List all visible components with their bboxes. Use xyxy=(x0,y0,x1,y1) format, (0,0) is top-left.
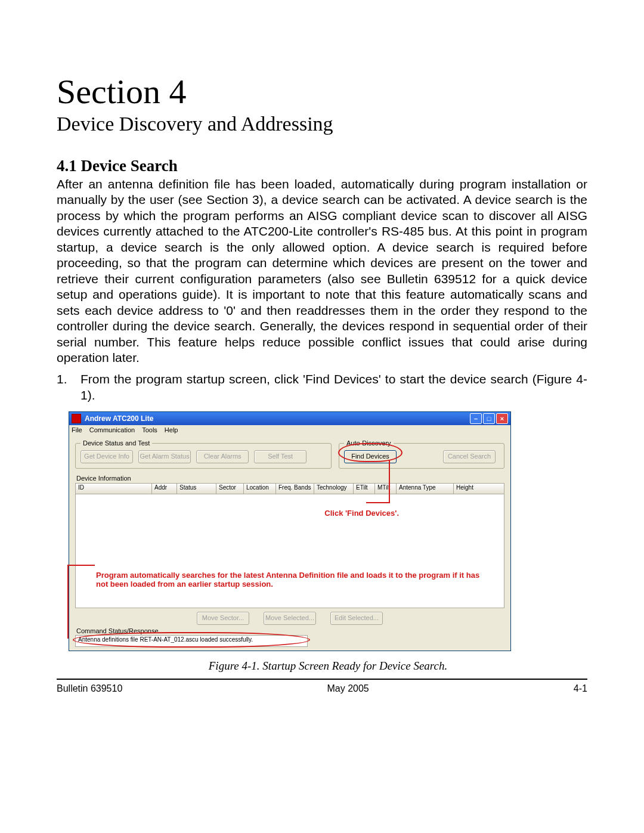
callout-line xyxy=(67,565,95,566)
group-device-status: Device Status and Test Get Device Info G… xyxy=(75,439,332,469)
step-text: From the program startup screen, click '… xyxy=(80,372,587,401)
maximize-button[interactable]: □ xyxy=(483,413,495,424)
app-icon xyxy=(72,414,81,423)
app-window: Andrew ATC200 Lite – □ × File Communicat… xyxy=(69,411,511,651)
device-table-header: ID Addr Status Sector Location Freq. Ban… xyxy=(75,483,504,494)
device-information-label: Device Information xyxy=(76,475,504,482)
col-technology[interactable]: Technology xyxy=(314,484,354,494)
edit-selected-button[interactable]: Edit Selected... xyxy=(330,612,383,625)
section-title: Device Discovery and Addressing xyxy=(57,113,587,135)
step-number: 1. xyxy=(57,371,80,387)
section-number: Section 4 xyxy=(57,72,587,112)
step-1: 1.From the program startup screen, click… xyxy=(57,371,587,403)
callout-line xyxy=(389,460,390,503)
col-id[interactable]: ID xyxy=(76,484,152,494)
figure-4-1: Andrew ATC200 Lite – □ × File Communicat… xyxy=(69,411,587,673)
footer-date: May 2005 xyxy=(327,683,369,694)
footer-rule xyxy=(57,679,587,680)
device-information-section: Device Information ID Addr Status Sector… xyxy=(75,475,504,608)
callout-line xyxy=(366,502,390,503)
self-test-button[interactable]: Self Test xyxy=(254,450,306,463)
col-sector[interactable]: Sector xyxy=(216,484,244,494)
callout-oval-status xyxy=(73,632,310,648)
move-sector-button[interactable]: Move Sector... xyxy=(197,612,249,625)
close-button[interactable]: × xyxy=(496,413,508,424)
paragraph-device-search: After an antenna definition file has bee… xyxy=(57,176,587,366)
col-etilt[interactable]: ETilt xyxy=(354,484,375,494)
col-location[interactable]: Location xyxy=(244,484,276,494)
menu-communication[interactable]: Communication xyxy=(89,426,135,433)
device-table-body[interactable]: Click 'Find Devices'. Program automatica… xyxy=(75,494,504,608)
footer-page-number: 4-1 xyxy=(574,683,587,694)
callout-line xyxy=(67,565,69,639)
heading-4-1: 4.1 Device Search xyxy=(57,157,587,175)
annotation-click-find: Click 'Find Devices'. xyxy=(324,509,399,518)
bottom-toolbar: Move Sector... Move Selected... Edit Sel… xyxy=(75,612,504,625)
col-mtilt[interactable]: MTilt xyxy=(375,484,397,494)
callout-oval-find-devices xyxy=(338,443,402,462)
cancel-search-button[interactable]: Cancel Search xyxy=(443,450,496,463)
col-height[interactable]: Height xyxy=(454,484,504,494)
col-addr[interactable]: Addr xyxy=(152,484,177,494)
col-freq-bands[interactable]: Freq. Bands xyxy=(276,484,314,494)
window-title: Andrew ATC200 Lite xyxy=(85,414,470,423)
menu-tools[interactable]: Tools xyxy=(142,426,157,433)
menubar: File Communication Tools Help xyxy=(69,425,510,435)
footer-bulletin: Bulletin 639510 xyxy=(57,683,122,694)
menu-file[interactable]: File xyxy=(72,426,82,433)
col-antenna-type[interactable]: Antenna Type xyxy=(397,484,454,494)
annotation-auto-load: Program automatically searches for the l… xyxy=(96,571,486,589)
titlebar[interactable]: Andrew ATC200 Lite – □ × xyxy=(69,412,510,425)
group-device-status-label: Device Status and Test xyxy=(80,439,152,447)
get-alarm-status-button[interactable]: Get Alarm Status xyxy=(138,450,191,463)
clear-alarms-button[interactable]: Clear Alarms xyxy=(196,450,249,463)
menu-help[interactable]: Help xyxy=(165,426,178,433)
get-device-info-button[interactable]: Get Device Info xyxy=(80,450,133,463)
page-footer: Bulletin 639510 May 2005 4-1 xyxy=(57,683,587,694)
col-status[interactable]: Status xyxy=(177,484,216,494)
move-selected-button[interactable]: Move Selected... xyxy=(264,612,316,625)
minimize-button[interactable]: – xyxy=(470,413,482,424)
document-page: Section 4 Device Discovery and Addressin… xyxy=(0,0,644,833)
client-area: Device Status and Test Get Device Info G… xyxy=(69,435,510,651)
figure-caption: Figure 4-1. Startup Screen Ready for Dev… xyxy=(69,659,587,673)
